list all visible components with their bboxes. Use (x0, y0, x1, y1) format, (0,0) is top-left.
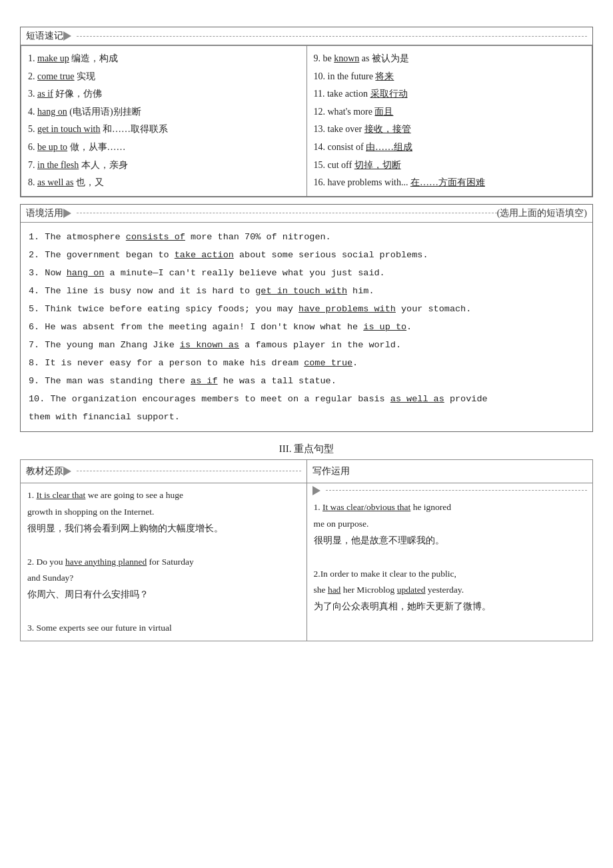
phrase-left-col: 1. make up 编造，构成 2. come true 实现 3. as i… (21, 46, 307, 197)
key-right-item-1-en: 1. It was clear/obvious that he ignored (314, 499, 586, 516)
key-right-title: 写作运用 (312, 466, 350, 476)
key-right-dashes (326, 490, 588, 491)
key-left-item-1-en-cont: growth in shopping on the Internet. (27, 504, 300, 521)
phrase-table: 1. make up 编造，构成 2. come true 实现 3. as i… (21, 45, 592, 197)
key-left-item-2-en-cont: and Sunday? (27, 570, 300, 587)
context-item-10: 10. The organization encourages members … (29, 390, 584, 408)
key-left-title: 教材还原 (26, 463, 63, 480)
key-left-item-3-en: 3. Some experts see our future in virtua… (27, 620, 300, 637)
short-phrase-header: 短语速记 (21, 27, 592, 45)
key-left-header: 教材还原 (21, 460, 306, 483)
phrase-item-13: 13. take over 接收，接管 (314, 121, 586, 139)
context-item-5: 5. Think twice before eating spicy foods… (29, 300, 584, 318)
context-item-3: 3. Now hang on a minute—I can't really b… (29, 264, 584, 282)
key-sentences-table: 教材还原 1. It is clear that we are going to… (20, 459, 593, 642)
key-right-arrow-row (307, 483, 593, 498)
context-header: 语境活用 (选用上面的短语填空) (21, 205, 592, 223)
context-item-7: 7. The young man Zhang Jike is known as … (29, 336, 584, 354)
phrase-item-11: 11. take action 采取行动 (314, 85, 586, 103)
key-right-header: 写作运用 (307, 460, 593, 483)
phrase-item-6: 6. be up to 做，从事…… (28, 139, 300, 157)
key-right-body: 1. It was clear/obvious that he ignored … (307, 498, 593, 617)
key-sentence-title-wrapper: III. 重点句型 (20, 439, 593, 459)
context-item-9: 9. The man was standing there as if he w… (29, 372, 584, 390)
phrase-more-zh: 面且 (374, 107, 393, 117)
context-item-2: 2. The government began to take action a… (29, 246, 584, 264)
phrase-item-8: 8. as well as 也，又 (28, 174, 300, 192)
phrase-be-up-to: be up to (37, 142, 67, 152)
phrase-future-zh: 将来 (375, 71, 394, 81)
short-phrase-section: 短语速记 1. make up 编造，构成 2. come true 实现 3.… (20, 27, 593, 197)
context-right-note: (选用上面的短语填空) (497, 207, 587, 219)
phrase-item-10: 10. in the future 将来 (314, 68, 586, 86)
context-title: 语境活用 (26, 207, 63, 219)
key-sentence-title: III. 重点句型 (20, 439, 593, 459)
key-right-item-2-en-cont: she had her Microblog updated yesterday. (314, 582, 586, 599)
phrase-item-3: 3. as if 好像，仿佛 (28, 85, 300, 103)
short-phrase-title: 短语速记 (26, 30, 63, 42)
key-left-item-1-en: 1. It is clear that we are going to see … (27, 487, 300, 504)
context-arrow-icon (63, 209, 71, 218)
phrase-action-zh: 采取行动 (370, 89, 408, 99)
dashes-line (77, 36, 587, 37)
key-left-dashes (77, 471, 301, 471)
phrase-problems-zh: 在……方面有困难 (410, 177, 485, 187)
phrase-get-in-touch-with: get in touch with (37, 124, 101, 134)
phrase-cut-zh: 切掉，切断 (354, 160, 401, 170)
arrow-icon (63, 31, 71, 41)
phrase-item-5: 5. get in touch with 和……取得联系 (28, 121, 300, 139)
phrase-item-16: 16. have problems with... 在……方面有困难 (314, 174, 586, 192)
phrase-item-7: 7. in the flesh 本人，亲身 (28, 157, 300, 175)
context-item-8: 8. It is never easy for a person to make… (29, 354, 584, 372)
context-item-6: 6. He was absent from the meeting again!… (29, 318, 584, 336)
phrase-as-if: as if (37, 89, 53, 99)
phrase-item-4: 4. hang on (电话用语)别挂断 (28, 103, 300, 121)
key-right-item-1-en-cont: me on purpose. (314, 516, 586, 533)
key-left-cell: 教材还原 1. It is clear that we are going to… (21, 459, 307, 641)
phrase-item-14: 14. consist of 由……组成 (314, 139, 586, 157)
key-right-cell: 写作运用 1. It was clear/obvious that he ign… (306, 459, 593, 641)
phrase-item-2: 2. come true 实现 (28, 68, 300, 86)
key-left-item-2-zh: 你周六、周日有什么安排吗？ (27, 587, 300, 603)
context-item-1: 1. The atmosphere consists of more than … (29, 228, 584, 246)
key-right-arrow-icon (312, 486, 320, 495)
phrase-as-well-as: as well as (37, 177, 73, 187)
key-right-item-1-zh: 很明显，他是故意不理睬我的。 (314, 533, 586, 549)
phrase-known-as: known (334, 53, 359, 63)
phrase-item-9: 9. be known as 被认为是 (314, 50, 586, 68)
phrase-in-the-flesh: in the flesh (37, 160, 79, 170)
key-left-body: 1. It is clear that we are going to see … (21, 483, 306, 641)
key-right-item-2-en: 2.In order to make it clear to the publ­… (314, 566, 586, 583)
context-item-10b: them with financial support. (29, 408, 584, 426)
context-item-4: 4. The line is busy now and it is hard t… (29, 282, 584, 300)
key-left-item-2-en: 2. Do you have anything planned for Satu… (27, 554, 300, 571)
phrase-right-col: 9. be known as 被认为是 10. in the future 将来… (306, 46, 592, 197)
context-body: 1. The atmosphere consists of more than … (21, 223, 592, 431)
context-dashes (77, 213, 497, 213)
phrase-come-true: come true (37, 71, 75, 81)
phrase-consist-zh: 由……组成 (366, 142, 412, 152)
context-section: 语境活用 (选用上面的短语填空) 1. The atmosphere consi… (20, 204, 593, 432)
phrase-hang-on: hang on (37, 107, 67, 117)
phrase-make-up: make up (37, 53, 69, 63)
key-left-arrow-icon (63, 467, 71, 476)
key-right-item-2-zh: 为了向公众表明真相，她昨天更新了微博。 (314, 599, 586, 615)
phrase-item-12: 12. what's more 面且 (314, 103, 586, 121)
phrase-item-1: 1. make up 编造，构成 (28, 50, 300, 68)
key-left-item-1-zh: 很明显，我们将会看到网上购物的大幅度增长。 (27, 521, 300, 537)
phrase-item-15: 15. cut off 切掉，切断 (314, 157, 586, 175)
phrase-over-zh: 接收，接管 (364, 124, 411, 134)
